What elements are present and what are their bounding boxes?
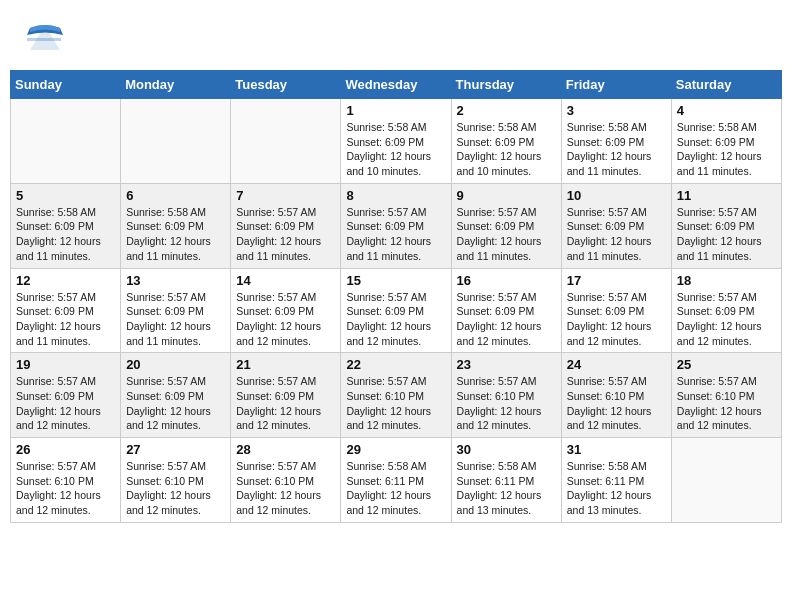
day-number: 12 bbox=[16, 273, 115, 288]
day-number: 2 bbox=[457, 103, 556, 118]
calendar-week-row: 26Sunrise: 5:57 AM Sunset: 6:10 PM Dayli… bbox=[11, 438, 782, 523]
day-info: Sunrise: 5:58 AM Sunset: 6:11 PM Dayligh… bbox=[346, 459, 445, 518]
day-info: Sunrise: 5:57 AM Sunset: 6:09 PM Dayligh… bbox=[457, 205, 556, 264]
calendar-table: SundayMondayTuesdayWednesdayThursdayFrid… bbox=[10, 70, 782, 523]
day-number: 29 bbox=[346, 442, 445, 457]
day-info: Sunrise: 5:57 AM Sunset: 6:10 PM Dayligh… bbox=[16, 459, 115, 518]
day-info: Sunrise: 5:57 AM Sunset: 6:09 PM Dayligh… bbox=[567, 290, 666, 349]
day-info: Sunrise: 5:57 AM Sunset: 6:09 PM Dayligh… bbox=[126, 290, 225, 349]
day-info: Sunrise: 5:57 AM Sunset: 6:09 PM Dayligh… bbox=[16, 290, 115, 349]
day-number: 9 bbox=[457, 188, 556, 203]
calendar-header-row: SundayMondayTuesdayWednesdayThursdayFrid… bbox=[11, 71, 782, 99]
calendar-cell: 21Sunrise: 5:57 AM Sunset: 6:09 PM Dayli… bbox=[231, 353, 341, 438]
calendar-cell bbox=[231, 99, 341, 184]
calendar-week-row: 5Sunrise: 5:58 AM Sunset: 6:09 PM Daylig… bbox=[11, 183, 782, 268]
day-number: 21 bbox=[236, 357, 335, 372]
calendar-week-row: 19Sunrise: 5:57 AM Sunset: 6:09 PM Dayli… bbox=[11, 353, 782, 438]
calendar-cell: 28Sunrise: 5:57 AM Sunset: 6:10 PM Dayli… bbox=[231, 438, 341, 523]
day-number: 24 bbox=[567, 357, 666, 372]
calendar-cell: 25Sunrise: 5:57 AM Sunset: 6:10 PM Dayli… bbox=[671, 353, 781, 438]
calendar-cell: 18Sunrise: 5:57 AM Sunset: 6:09 PM Dayli… bbox=[671, 268, 781, 353]
calendar-week-row: 1Sunrise: 5:58 AM Sunset: 6:09 PM Daylig… bbox=[11, 99, 782, 184]
day-info: Sunrise: 5:57 AM Sunset: 6:10 PM Dayligh… bbox=[677, 374, 776, 433]
day-number: 23 bbox=[457, 357, 556, 372]
day-number: 20 bbox=[126, 357, 225, 372]
day-info: Sunrise: 5:57 AM Sunset: 6:09 PM Dayligh… bbox=[236, 205, 335, 264]
day-info: Sunrise: 5:58 AM Sunset: 6:11 PM Dayligh… bbox=[567, 459, 666, 518]
day-info: Sunrise: 5:57 AM Sunset: 6:10 PM Dayligh… bbox=[457, 374, 556, 433]
calendar-cell: 6Sunrise: 5:58 AM Sunset: 6:09 PM Daylig… bbox=[121, 183, 231, 268]
calendar-cell: 19Sunrise: 5:57 AM Sunset: 6:09 PM Dayli… bbox=[11, 353, 121, 438]
day-number: 3 bbox=[567, 103, 666, 118]
day-info: Sunrise: 5:57 AM Sunset: 6:10 PM Dayligh… bbox=[346, 374, 445, 433]
day-number: 13 bbox=[126, 273, 225, 288]
day-info: Sunrise: 5:57 AM Sunset: 6:09 PM Dayligh… bbox=[126, 374, 225, 433]
day-info: Sunrise: 5:57 AM Sunset: 6:09 PM Dayligh… bbox=[567, 205, 666, 264]
day-number: 11 bbox=[677, 188, 776, 203]
day-info: Sunrise: 5:57 AM Sunset: 6:09 PM Dayligh… bbox=[236, 374, 335, 433]
calendar-header-monday: Monday bbox=[121, 71, 231, 99]
calendar-header-thursday: Thursday bbox=[451, 71, 561, 99]
day-info: Sunrise: 5:57 AM Sunset: 6:09 PM Dayligh… bbox=[236, 290, 335, 349]
calendar-cell: 10Sunrise: 5:57 AM Sunset: 6:09 PM Dayli… bbox=[561, 183, 671, 268]
day-number: 15 bbox=[346, 273, 445, 288]
calendar-header-saturday: Saturday bbox=[671, 71, 781, 99]
day-number: 6 bbox=[126, 188, 225, 203]
calendar-cell: 9Sunrise: 5:57 AM Sunset: 6:09 PM Daylig… bbox=[451, 183, 561, 268]
calendar-cell: 17Sunrise: 5:57 AM Sunset: 6:09 PM Dayli… bbox=[561, 268, 671, 353]
day-number: 27 bbox=[126, 442, 225, 457]
day-info: Sunrise: 5:57 AM Sunset: 6:09 PM Dayligh… bbox=[457, 290, 556, 349]
calendar-cell bbox=[11, 99, 121, 184]
day-number: 19 bbox=[16, 357, 115, 372]
day-info: Sunrise: 5:58 AM Sunset: 6:09 PM Dayligh… bbox=[457, 120, 556, 179]
svg-rect-2 bbox=[27, 38, 61, 41]
calendar-cell: 8Sunrise: 5:57 AM Sunset: 6:09 PM Daylig… bbox=[341, 183, 451, 268]
calendar-header-sunday: Sunday bbox=[11, 71, 121, 99]
calendar-header-friday: Friday bbox=[561, 71, 671, 99]
day-info: Sunrise: 5:58 AM Sunset: 6:09 PM Dayligh… bbox=[16, 205, 115, 264]
day-number: 31 bbox=[567, 442, 666, 457]
calendar-cell bbox=[671, 438, 781, 523]
calendar-cell: 15Sunrise: 5:57 AM Sunset: 6:09 PM Dayli… bbox=[341, 268, 451, 353]
day-info: Sunrise: 5:58 AM Sunset: 6:09 PM Dayligh… bbox=[126, 205, 225, 264]
day-number: 10 bbox=[567, 188, 666, 203]
calendar-cell: 2Sunrise: 5:58 AM Sunset: 6:09 PM Daylig… bbox=[451, 99, 561, 184]
logo bbox=[25, 20, 65, 60]
day-info: Sunrise: 5:57 AM Sunset: 6:09 PM Dayligh… bbox=[346, 290, 445, 349]
day-info: Sunrise: 5:57 AM Sunset: 6:10 PM Dayligh… bbox=[567, 374, 666, 433]
calendar-cell: 4Sunrise: 5:58 AM Sunset: 6:09 PM Daylig… bbox=[671, 99, 781, 184]
day-info: Sunrise: 5:58 AM Sunset: 6:09 PM Dayligh… bbox=[677, 120, 776, 179]
calendar-header-wednesday: Wednesday bbox=[341, 71, 451, 99]
day-number: 26 bbox=[16, 442, 115, 457]
day-number: 25 bbox=[677, 357, 776, 372]
day-number: 1 bbox=[346, 103, 445, 118]
day-info: Sunrise: 5:58 AM Sunset: 6:09 PM Dayligh… bbox=[346, 120, 445, 179]
day-number: 7 bbox=[236, 188, 335, 203]
calendar-cell: 1Sunrise: 5:58 AM Sunset: 6:09 PM Daylig… bbox=[341, 99, 451, 184]
calendar-cell bbox=[121, 99, 231, 184]
calendar-cell: 3Sunrise: 5:58 AM Sunset: 6:09 PM Daylig… bbox=[561, 99, 671, 184]
day-info: Sunrise: 5:58 AM Sunset: 6:11 PM Dayligh… bbox=[457, 459, 556, 518]
calendar-cell: 14Sunrise: 5:57 AM Sunset: 6:09 PM Dayli… bbox=[231, 268, 341, 353]
calendar-cell: 29Sunrise: 5:58 AM Sunset: 6:11 PM Dayli… bbox=[341, 438, 451, 523]
day-number: 28 bbox=[236, 442, 335, 457]
day-info: Sunrise: 5:57 AM Sunset: 6:10 PM Dayligh… bbox=[236, 459, 335, 518]
day-number: 18 bbox=[677, 273, 776, 288]
calendar-cell: 13Sunrise: 5:57 AM Sunset: 6:09 PM Dayli… bbox=[121, 268, 231, 353]
day-info: Sunrise: 5:57 AM Sunset: 6:09 PM Dayligh… bbox=[677, 290, 776, 349]
day-number: 16 bbox=[457, 273, 556, 288]
calendar-cell: 27Sunrise: 5:57 AM Sunset: 6:10 PM Dayli… bbox=[121, 438, 231, 523]
day-info: Sunrise: 5:57 AM Sunset: 6:10 PM Dayligh… bbox=[126, 459, 225, 518]
calendar-cell: 23Sunrise: 5:57 AM Sunset: 6:10 PM Dayli… bbox=[451, 353, 561, 438]
day-number: 8 bbox=[346, 188, 445, 203]
day-number: 30 bbox=[457, 442, 556, 457]
page-header bbox=[10, 10, 782, 65]
day-info: Sunrise: 5:58 AM Sunset: 6:09 PM Dayligh… bbox=[567, 120, 666, 179]
calendar-cell: 16Sunrise: 5:57 AM Sunset: 6:09 PM Dayli… bbox=[451, 268, 561, 353]
calendar-cell: 12Sunrise: 5:57 AM Sunset: 6:09 PM Dayli… bbox=[11, 268, 121, 353]
calendar-cell: 7Sunrise: 5:57 AM Sunset: 6:09 PM Daylig… bbox=[231, 183, 341, 268]
day-info: Sunrise: 5:57 AM Sunset: 6:09 PM Dayligh… bbox=[677, 205, 776, 264]
day-info: Sunrise: 5:57 AM Sunset: 6:09 PM Dayligh… bbox=[346, 205, 445, 264]
day-number: 5 bbox=[16, 188, 115, 203]
calendar-cell: 22Sunrise: 5:57 AM Sunset: 6:10 PM Dayli… bbox=[341, 353, 451, 438]
